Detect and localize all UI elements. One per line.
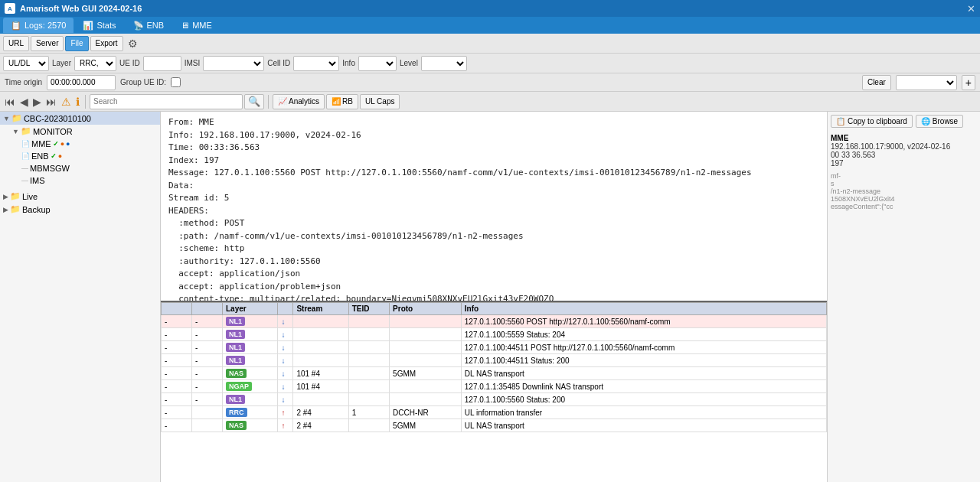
group-ueid-checkbox[interactable] [171, 77, 181, 87]
truncated-line5: 1508XNXvEU2lGxit4 [831, 195, 977, 203]
dash-icon: — [21, 164, 28, 172]
time-range-select[interactable] [896, 75, 957, 90]
url-button[interactable]: URL [3, 36, 29, 51]
tree-item-live[interactable]: ▶ 📁 Live [0, 190, 160, 203]
table-row[interactable]: - - NL1 ↓ 127.0.1.100:5559 Status: 204 [162, 328, 827, 341]
imsi-select[interactable] [203, 56, 264, 71]
cell-arrow: ↓ [278, 315, 293, 328]
nav-prev-button[interactable]: ◀ [18, 96, 30, 108]
warn-button[interactable]: ⚠ [60, 96, 73, 108]
table-row[interactable]: - NAS ↑ 2 #4 5GMM UL NAS transport [162, 419, 827, 432]
table-area[interactable]: Layer Stream TEID Proto Info - - NL1 ↓ 1… [161, 302, 827, 482]
tree-item-mbmsgw[interactable]: — MBMSGW [0, 162, 160, 174]
col-info[interactable]: Info [461, 303, 826, 315]
table-row[interactable]: - - NL1 ↓ 127.0.1.100:44511 POST http://… [162, 341, 827, 354]
nav-next-button[interactable]: ▶ [31, 96, 43, 108]
search-input[interactable] [90, 94, 243, 109]
cell-arrow: ↓ [278, 354, 293, 367]
cell-arrow: ↓ [278, 367, 293, 380]
folder-icon2: 📁 [21, 126, 31, 136]
cell-info: 127.0.1.100:44511 POST http://127.0.1.10… [461, 341, 826, 354]
nav-first-button[interactable]: ⏮ [3, 96, 17, 108]
search-submit-button[interactable]: 🔍 [244, 94, 264, 109]
expand-icon4: ▶ [3, 206, 8, 213]
copy-clipboard-button[interactable]: 📋 Copy to clipboard [831, 115, 913, 128]
cell-arrow: ↓ [278, 328, 293, 341]
cell-teid2 [348, 393, 389, 406]
cell-protocol: DCCH-NR [390, 406, 462, 419]
col-layer[interactable]: Layer [223, 303, 278, 315]
arrow-down-icon: ↓ [281, 331, 285, 339]
table-row[interactable]: - - NL1 ↓ 127.0.1.100:5560 Status: 200 [162, 393, 827, 406]
cell-stream: 101 #4 [293, 367, 348, 380]
tree-item-monitor[interactable]: ▼ 📁 MONITOR [0, 125, 160, 138]
imsi-label: IMSI [185, 59, 201, 67]
ueid-input[interactable] [143, 56, 181, 71]
table-row[interactable]: - - NL1 ↓ 127.0.1.100:5560 POST http://1… [162, 315, 827, 328]
backup-label: Backup [22, 205, 51, 214]
truncated-line3: /n1-n2-message [831, 187, 977, 195]
arrow-up-icon: ↑ [281, 422, 285, 430]
rb-icon: 📶 [332, 97, 341, 106]
tab-mme[interactable]: 🖥 MME [173, 18, 220, 33]
tab-logs[interactable]: 📋 Logs: 2570 [3, 18, 74, 33]
table-row[interactable]: - RRC ↑ 2 #4 1 DCCH-NR UL information tr… [162, 406, 827, 419]
tab-enb[interactable]: 📡 ENB [126, 18, 172, 33]
cell-teid2 [348, 341, 389, 354]
cell-col2: - [192, 354, 223, 367]
file-button[interactable]: File [65, 36, 88, 51]
server-button[interactable]: Server [31, 36, 64, 51]
nav-last-button[interactable]: ⏭ [44, 96, 58, 108]
cell-teid2 [348, 354, 389, 367]
cell-col2 [192, 419, 223, 432]
clear-button[interactable]: Clear [862, 75, 891, 90]
cell-layer: NGAP [223, 380, 278, 393]
tab-stats-label: Stats [96, 21, 116, 30]
cell-arrow: ↓ [278, 380, 293, 393]
enb-tree-label: ENB [31, 151, 49, 161]
info-button[interactable]: ℹ [74, 96, 81, 108]
mme-info-title: MME [831, 134, 977, 142]
mme-ip-info: 192.168.100.17:9000, v2024-02-16 [831, 142, 977, 151]
copy-label: Copy to clipboard [848, 117, 907, 125]
layer-badge: NAS [226, 369, 247, 378]
cell-layer: RRC [223, 406, 278, 419]
analytics-button[interactable]: 📈 Analytics [273, 94, 325, 109]
table-row[interactable]: - - NL1 ↓ 127.0.1.100:44511 Status: 200 [162, 354, 827, 367]
export-button[interactable]: Export [90, 36, 123, 51]
info-label: Info [342, 59, 355, 67]
time-origin-input[interactable] [47, 75, 116, 90]
tree-item-cbc[interactable]: ▼ 📁 CBC-2023010100 [0, 112, 160, 125]
cell-layer: NL1 [223, 354, 278, 367]
settings-icon[interactable]: ⚙ [128, 37, 138, 50]
layer-badge: NL1 [226, 343, 245, 352]
tree-item-backup[interactable]: ▶ 📁 Backup [0, 203, 160, 216]
app-logo: A [5, 3, 15, 14]
tree-item-ims[interactable]: — IMS [0, 174, 160, 187]
tab-mme-label: MME [192, 21, 212, 30]
col-protocol[interactable]: Proto [390, 303, 462, 315]
tree-item-enb[interactable]: 📄 ENB ✓ ● [0, 150, 160, 162]
col-teid[interactable]: TEID [348, 303, 389, 315]
rb-button[interactable]: 📶 RB [326, 94, 358, 109]
add-button[interactable]: + [962, 75, 975, 90]
truncated-line7: essageContent":{"cc [831, 203, 977, 210]
info-select[interactable] [358, 56, 397, 71]
close-button[interactable]: ✕ [967, 3, 975, 15]
level-select[interactable] [421, 56, 467, 71]
ul-caps-button[interactable]: UL Caps [360, 94, 400, 109]
cell-arrow: ↑ [278, 406, 293, 419]
cell-stream [293, 315, 348, 328]
browse-button[interactable]: 🌐 Browse [916, 115, 963, 128]
layer-value-select[interactable]: RRC,NASNGAP [74, 56, 116, 71]
detail-view[interactable]: From: MME Info: 192.168.100.17:9000, v20… [161, 112, 827, 302]
cellid-select[interactable] [293, 56, 339, 71]
tree-item-mme[interactable]: 📄 MME ✓ ● ● [0, 138, 160, 150]
col-stream[interactable]: Stream [293, 303, 348, 315]
cell-arrow: ↓ [278, 341, 293, 354]
layer-select[interactable]: UL/DLULDL [3, 56, 49, 71]
table-row[interactable]: - - NAS ↓ 101 #4 5GMM DL NAS transport [162, 367, 827, 380]
table-row[interactable]: - - NGAP ↓ 101 #4 127.0.1.1:35485 Downli… [162, 380, 827, 393]
cell-stream [293, 354, 348, 367]
tab-stats[interactable]: 📊 Stats [75, 18, 123, 33]
